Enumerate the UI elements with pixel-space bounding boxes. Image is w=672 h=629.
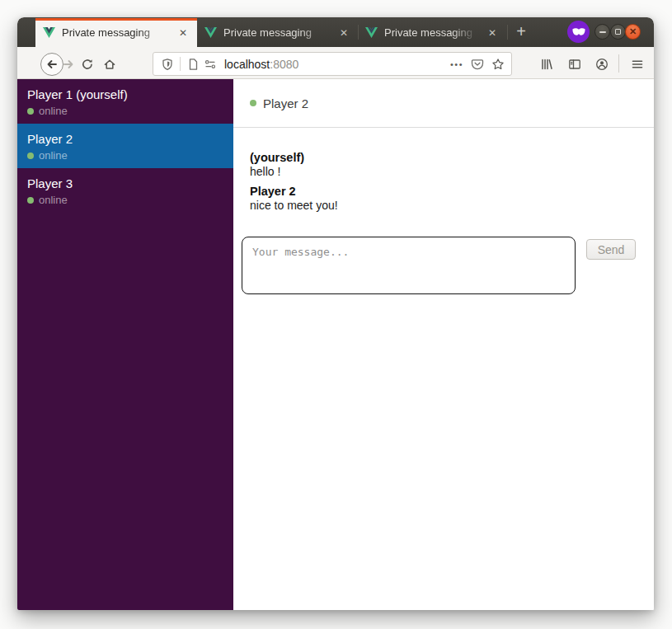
- minimize-button[interactable]: [594, 24, 610, 40]
- home-button[interactable]: [103, 58, 116, 71]
- menu-button[interactable]: [631, 58, 644, 71]
- tab-private-messaging-2[interactable]: Private messaging ✕: [197, 18, 358, 47]
- online-status-dot: [27, 153, 34, 159]
- reload-button[interactable]: [81, 58, 94, 71]
- sidebars-button[interactable]: [568, 58, 581, 71]
- online-status-dot: [27, 197, 34, 204]
- online-status-dot: [250, 100, 256, 106]
- hamburger-menu-icon: [631, 58, 644, 71]
- sidebar-user-player1[interactable]: Player 1 (yourself) online: [17, 79, 233, 124]
- toolbar-divider: [618, 54, 619, 73]
- tab-divider: [507, 25, 508, 40]
- close-window-button[interactable]: ✕: [625, 24, 641, 40]
- private-browsing-badge: [567, 21, 590, 43]
- message-sender: (yourself): [250, 150, 637, 165]
- online-status-dot: [27, 108, 34, 115]
- vuejs-favicon: [365, 27, 378, 38]
- library-button[interactable]: [540, 58, 553, 71]
- urlbar-divider: [180, 57, 181, 71]
- tab-close-icon[interactable]: ✕: [486, 26, 499, 40]
- tab-private-messaging-3[interactable]: Private messaging ✕: [358, 18, 506, 47]
- maximize-icon: [615, 29, 621, 35]
- back-button[interactable]: [40, 53, 63, 76]
- reload-icon: [81, 58, 94, 71]
- users-sidebar: Player 1 (yourself) online Player 2 onli…: [17, 79, 233, 610]
- page-info-icon[interactable]: [186, 58, 200, 71]
- forward-button[interactable]: [62, 58, 75, 71]
- user-name: Player 2: [27, 131, 223, 147]
- url-host: localhost: [224, 58, 270, 71]
- tab-close-icon[interactable]: ✕: [337, 26, 350, 40]
- user-name: Player 1 (yourself): [27, 87, 223, 102]
- message-text: hello !: [250, 165, 637, 179]
- browser-window: Private messaging ✕ Private messaging ✕ …: [17, 17, 654, 610]
- message-text: nice to meet you!: [250, 199, 637, 213]
- send-button[interactable]: Send: [586, 239, 636, 260]
- vuejs-favicon: [204, 27, 217, 38]
- tab-title: Private messaging: [223, 26, 331, 39]
- library-icon: [540, 58, 553, 71]
- private-mask-icon: [572, 28, 585, 36]
- account-button[interactable]: [595, 58, 609, 71]
- vuejs-favicon: [43, 27, 55, 38]
- sidebars-icon: [568, 58, 581, 71]
- message-item: (yourself) hello !: [250, 150, 637, 179]
- minimize-icon: [599, 31, 606, 33]
- back-arrow-icon: [45, 58, 59, 71]
- bookmark-star-icon[interactable]: [491, 58, 505, 71]
- message-sender: Player 2: [250, 184, 637, 199]
- page-content: Player 1 (yourself) online Player 2 onli…: [17, 79, 654, 610]
- maximize-button[interactable]: [610, 24, 626, 40]
- sidebar-user-player3[interactable]: Player 3 online: [17, 168, 233, 213]
- message-list: (yourself) hello ! Player 2 nice to meet…: [250, 150, 637, 218]
- user-name: Player 3: [27, 176, 223, 191]
- chat-header: Player 2: [233, 79, 654, 128]
- page-actions-icon[interactable]: •••: [450, 59, 463, 69]
- forward-arrow-icon: [62, 58, 75, 71]
- permissions-icon[interactable]: [204, 58, 217, 71]
- new-tab-button[interactable]: +: [512, 23, 530, 41]
- account-icon: [595, 58, 609, 71]
- user-status: online: [39, 149, 68, 162]
- home-icon: [103, 58, 116, 71]
- tab-close-icon[interactable]: ✕: [176, 26, 190, 40]
- user-status: online: [39, 194, 68, 206]
- chat-header-username: Player 2: [263, 96, 308, 110]
- close-icon: ✕: [629, 27, 637, 36]
- url-port: :8080: [270, 58, 298, 71]
- sidebar-user-player2[interactable]: Player 2 online: [17, 124, 233, 168]
- tab-private-messaging-1[interactable]: Private messaging ✕: [35, 18, 197, 47]
- tracking-protection-shield-icon[interactable]: [161, 58, 174, 71]
- tab-divider: [358, 25, 359, 40]
- pocket-icon[interactable]: [471, 58, 484, 71]
- tab-title: Private messaging: [62, 26, 170, 39]
- tab-title: Private messaging: [384, 26, 479, 39]
- titlebar: Private messaging ✕ Private messaging ✕ …: [17, 17, 654, 47]
- navigation-toolbar: localhost:8080 •••: [17, 47, 654, 79]
- message-input[interactable]: [242, 237, 576, 294]
- user-status: online: [39, 105, 68, 117]
- message-item: Player 2 nice to meet you!: [250, 184, 637, 213]
- chat-panel: Player 2 (yourself) hello ! Player 2 nic…: [233, 79, 654, 610]
- url-bar[interactable]: localhost:8080 •••: [153, 52, 512, 76]
